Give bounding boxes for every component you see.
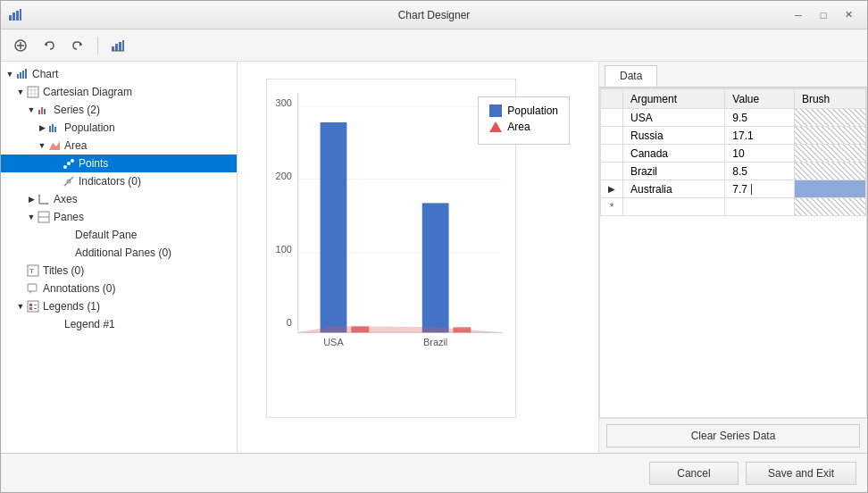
tree-label-panes: Panes: [54, 211, 84, 223]
svg-point-30: [63, 165, 67, 169]
tree-item-chart[interactable]: ▼ Chart: [1, 65, 237, 83]
chart-settings-icon: [111, 38, 125, 53]
title-bar: Chart Designer ─ □ ✕: [1, 1, 867, 29]
svg-text:Brazil: Brazil: [423, 337, 447, 347]
maximize-button[interactable]: □: [812, 6, 835, 24]
cell-argument[interactable]: Brazil: [623, 163, 725, 180]
bottom-bar: Cancel Save and Exit: [1, 453, 867, 492]
svg-point-31: [67, 162, 71, 165]
tree-item-series[interactable]: ▼ Series (2): [1, 101, 237, 119]
legend-population: Population: [489, 104, 558, 117]
panes-icon: [37, 210, 51, 224]
cell-argument[interactable]: Russia: [623, 127, 725, 145]
svg-point-32: [71, 159, 74, 163]
tree-item-population[interactable]: ▶ Population: [1, 119, 237, 137]
cell-brush[interactable]: [794, 127, 865, 145]
svg-text:T: T: [29, 267, 34, 275]
tree-item-cartesian[interactable]: ▼ Cartesian Diagram: [1, 83, 237, 101]
close-button[interactable]: ✕: [837, 6, 860, 24]
app-icon: [8, 8, 22, 22]
svg-rect-43: [28, 284, 37, 291]
chart-settings-button[interactable]: [105, 33, 130, 58]
toggle-chart[interactable]: ▼: [4, 70, 15, 79]
data-tab[interactable]: Data: [605, 65, 657, 87]
table-row[interactable]: Canada 10: [601, 145, 866, 163]
legend-area: Area: [489, 121, 558, 133]
header-brush: Brush: [794, 89, 865, 109]
data-grid-wrap: Argument Value Brush USA 9.5: [599, 88, 867, 418]
svg-rect-15: [20, 72, 21, 79]
tree-item-legends[interactable]: ▼ Legends (1): [1, 297, 237, 315]
toggle-cartesian[interactable]: ▼: [15, 88, 26, 96]
cell-new-value[interactable]: [725, 198, 795, 216]
cell-brush[interactable]: [794, 163, 865, 180]
table-row-new[interactable]: *: [601, 198, 866, 216]
tree-item-area[interactable]: ▼ Area: [1, 137, 237, 155]
toggle-series[interactable]: ▼: [26, 105, 37, 114]
cell-new-argument[interactable]: [623, 198, 725, 216]
population-icon: [47, 121, 62, 135]
add-button[interactable]: [8, 33, 33, 58]
cell-brush[interactable]: [794, 145, 865, 163]
save-exit-button[interactable]: Save and Exit: [746, 462, 856, 485]
tree-item-panes[interactable]: ▼ Panes: [1, 208, 237, 226]
table-row[interactable]: Brazil 8.5: [601, 163, 866, 180]
table-row-active[interactable]: ▶ Australia 7.7: [601, 180, 866, 198]
svg-rect-1: [13, 13, 15, 21]
svg-rect-0: [9, 15, 12, 21]
toolbar-separator: [97, 37, 98, 54]
minimize-button[interactable]: ─: [787, 6, 810, 24]
table-row[interactable]: Russia 17.1: [601, 127, 866, 145]
svg-rect-59: [321, 122, 347, 332]
cell-argument[interactable]: Canada: [623, 145, 725, 163]
tree-item-titles[interactable]: T Titles (0): [1, 262, 237, 280]
toggle-axes[interactable]: ▶: [26, 195, 37, 204]
redo-button[interactable]: [65, 33, 90, 58]
row-indicator: [601, 109, 623, 127]
cell-value[interactable]: 8.5: [725, 163, 795, 180]
tree-label-cartesian: Cartesian Diagram: [43, 86, 132, 98]
tree-item-annotations[interactable]: Annotations (0): [1, 280, 237, 297]
toggle-population[interactable]: ▶: [37, 123, 47, 132]
toggle-legends[interactable]: ▼: [15, 302, 26, 311]
cell-argument[interactable]: USA: [623, 109, 725, 127]
svg-rect-27: [52, 124, 54, 132]
legend-area-label: Area: [507, 121, 530, 133]
title-bar-left: [8, 8, 22, 22]
tree-label-legend1: Legend #1: [64, 318, 115, 330]
tree-label-points: Points: [79, 157, 108, 170]
table-row[interactable]: USA 9.5: [601, 109, 866, 127]
svg-rect-23: [38, 110, 40, 114]
tree-item-legend1[interactable]: Legend #1: [1, 315, 237, 333]
svg-rect-46: [29, 304, 32, 306]
cell-new-brush[interactable]: [794, 198, 865, 216]
cell-brush[interactable]: [794, 109, 865, 127]
tree-item-indicators[interactable]: Indicators (0): [1, 172, 237, 190]
cell-argument-active[interactable]: Australia: [623, 180, 725, 198]
cell-brush-active[interactable]: [794, 180, 865, 198]
svg-rect-61: [422, 203, 449, 332]
clear-series-button[interactable]: Clear Series Data: [606, 424, 860, 447]
cell-value[interactable]: 10: [725, 145, 795, 163]
tree-item-default-pane[interactable]: Default Pane: [1, 226, 237, 244]
cancel-button[interactable]: Cancel: [649, 462, 739, 485]
cell-value[interactable]: 17.1: [725, 127, 795, 145]
svg-rect-25: [44, 109, 46, 114]
cell-value-active[interactable]: 7.7: [725, 180, 795, 198]
svg-rect-12: [122, 40, 124, 51]
additional-panes-icon: [58, 246, 72, 260]
tree-label-series: Series (2): [54, 104, 100, 116]
svg-text:200: 200: [276, 171, 292, 181]
undo-icon: [43, 39, 55, 52]
tree-item-axes[interactable]: ▶ Axes: [1, 190, 237, 208]
data-tab-bar: Data: [599, 62, 867, 88]
cell-value[interactable]: 9.5: [725, 109, 795, 127]
svg-rect-48: [29, 307, 32, 310]
undo-button[interactable]: [37, 33, 62, 58]
toggle-area[interactable]: ▼: [37, 141, 47, 150]
tree-item-points[interactable]: Points: [1, 155, 237, 172]
toggle-panes[interactable]: ▼: [26, 213, 37, 221]
tree-item-additional-panes[interactable]: Additional Panes (0): [1, 244, 237, 262]
legend-population-box: [489, 104, 502, 117]
data-panel: Data Argument Value Brush: [599, 62, 867, 453]
